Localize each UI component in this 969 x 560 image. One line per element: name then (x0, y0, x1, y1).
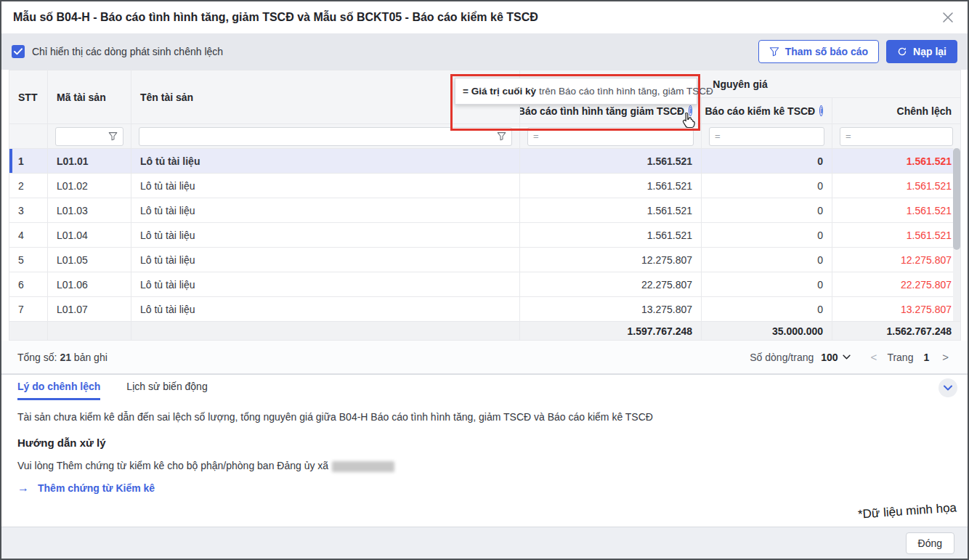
tab-ly-do-chenh-lech[interactable]: Lý do chênh lệch (17, 375, 100, 400)
total-label: Tổng số: (17, 352, 57, 363)
cell-code: L01.05 (48, 248, 131, 272)
guide-title: Hướng dẫn xử lý (17, 437, 952, 449)
equals-operator[interactable]: = (846, 131, 851, 142)
cell-difference: 1.561.521 (832, 149, 961, 174)
reason-panel: Tài sản chưa kiểm kê dẫn đến sai lệch số… (1, 400, 968, 527)
info-icon-increase-report[interactable]: i (689, 105, 692, 116)
show-differences-checkbox[interactable] (12, 45, 25, 58)
filter-cell-stt (9, 124, 48, 149)
guide-text-label: Vui lòng Thêm chứng từ kiểm kê cho bộ ph… (17, 460, 328, 471)
filter-cell-name (131, 124, 520, 149)
table-scrollbar[interactable] (953, 148, 960, 321)
table-row[interactable]: 6L01.06Lô tủ tài liệu22.275.807022.275.8… (9, 272, 961, 297)
cell-inventory-report: 0 (702, 297, 832, 322)
table-row[interactable]: 3L01.03Lô tủ tài liệu1.561.52101.561.521 (9, 198, 961, 223)
inventory-report-filter-input[interactable] (725, 129, 819, 145)
prev-page-button[interactable]: < (868, 351, 880, 363)
info-icon-inventory-report[interactable]: i (819, 105, 823, 116)
cell-stt: 1 (9, 149, 48, 174)
add-inventory-voucher-link[interactable]: → Thêm chứng từ Kiểm kê (17, 482, 952, 495)
close-button[interactable]: Đóng (906, 532, 954, 554)
tab-lich-su-bien-dong[interactable]: Lịch sử biến động (126, 375, 207, 400)
refresh-icon (897, 46, 907, 57)
add-inventory-voucher-label: Thêm chứng từ Kiểm kê (38, 482, 155, 494)
records-label: bản ghi (74, 352, 108, 363)
cell-empty (131, 322, 520, 341)
cell-empty (9, 322, 48, 341)
column-info-tooltip: = Giá trị cuối kỳ trên Báo cáo tình hình… (455, 78, 697, 105)
increase-report-filter-input[interactable] (543, 129, 688, 145)
scrollbar-thumb[interactable] (953, 148, 960, 250)
cell-name: Lô tủ tài liệu (131, 223, 520, 248)
col-header-difference[interactable]: Chênh lệch (832, 98, 961, 124)
tabs-bar: Lý do chênh lệch Lịch sử biến động (1, 374, 968, 400)
col-header-code[interactable]: Mã tài sản (48, 70, 131, 124)
footer-bar: Đóng (1, 527, 968, 559)
toolbar: Chỉ hiển thị các dòng phát sinh chênh lệ… (1, 33, 968, 70)
cell-increase-report: 22.275.807 (520, 272, 702, 297)
funnel-icon[interactable] (497, 131, 506, 141)
cell-inventory-report: 0 (702, 272, 832, 297)
cell-difference: 1.561.521 (832, 223, 961, 248)
cell-name: Lô tủ tài liệu (131, 272, 520, 297)
col-header-difference-label: Chênh lệch (897, 105, 952, 117)
rows-per-page-label: Số dòng/trang (750, 352, 814, 363)
cell-code: L01.03 (48, 198, 131, 223)
cell-inventory-report: 0 (702, 198, 832, 223)
tooltip-bold-text: = Giá trị cuối kỳ (463, 86, 536, 97)
cell-difference: 1.561.521 (832, 198, 961, 223)
cell-code: L01.06 (48, 272, 131, 297)
chevron-down-icon (944, 385, 952, 391)
table-row[interactable]: 2L01.02Lô tủ tài liệu1.561.52101.561.521 (9, 174, 961, 198)
difference-filter-input[interactable] (856, 129, 947, 145)
table-row[interactable]: 7L01.07Lô tủ tài liệu13.275.807013.275.8… (9, 297, 961, 322)
totals-row: 1.597.767.248 35.000.000 1.562.767.248 (9, 322, 961, 341)
filter-cell-difference: = (832, 124, 961, 149)
table-row[interactable]: 4L01.04Lô tủ tài liệu1.561.52101.561.521 (9, 223, 961, 248)
summary-bar: Tổng số: 21 bản ghi Số dòng/trang 100 < … (1, 341, 968, 374)
total-count: 21 (60, 352, 71, 363)
collapse-panel-button[interactable] (938, 378, 957, 397)
next-page-button[interactable]: > (939, 351, 952, 363)
cell-code: L01.04 (48, 223, 131, 248)
rows-per-page-select[interactable]: 100 (821, 352, 850, 363)
cell-difference: 12.275.807 (832, 248, 961, 272)
rows-per-page-value: 100 (821, 352, 838, 363)
cell-increase-report: 12.275.807 (520, 248, 702, 272)
cell-increase-report: 1.561.521 (520, 149, 702, 174)
cell-empty (48, 322, 131, 341)
equals-operator[interactable]: = (715, 131, 721, 142)
cell-stt: 5 (9, 248, 48, 272)
cell-code: L01.01 (48, 149, 131, 174)
filter-cell-inventory-report: = (702, 124, 832, 149)
reason-text: Tài sản chưa kiểm kê dẫn đến sai lệch số… (17, 410, 952, 424)
reload-label: Nạp lại (913, 46, 946, 57)
report-params-button[interactable]: Tham số báo cáo (758, 40, 879, 63)
col-header-inventory-report[interactable]: Báo cáo kiểm kê TSCĐ i (702, 98, 832, 124)
report-params-label: Tham số báo cáo (785, 46, 868, 57)
cell-code: L01.07 (48, 297, 131, 322)
tooltip-normal-text: trên Báo cáo tình hình tăng, giảm TSCĐ (539, 86, 713, 97)
table-body: 1L01.01Lô tủ tài liệu1.561.52101.561.521… (9, 149, 961, 322)
funnel-icon[interactable] (108, 131, 118, 141)
reload-button[interactable]: Nạp lại (886, 40, 957, 63)
record-count: Tổng số: 21 bản ghi (17, 352, 108, 363)
total-increase-report: 1.597.767.248 (520, 322, 702, 341)
checkbox-label[interactable]: Chỉ hiển thị các dòng phát sinh chênh lệ… (32, 46, 223, 57)
code-filter-input[interactable] (61, 129, 108, 145)
table-row[interactable]: 5L01.05Lô tủ tài liệu12.275.807012.275.8… (9, 248, 961, 272)
cell-increase-report: 1.561.521 (520, 174, 702, 198)
close-icon[interactable] (940, 9, 956, 25)
chevron-down-icon (843, 354, 851, 360)
cell-increase-report: 1.561.521 (520, 198, 702, 223)
arrow-right-icon: → (17, 482, 29, 495)
table-row[interactable]: 1L01.01Lô tủ tài liệu1.561.52101.561.521 (9, 149, 961, 174)
guide-text: Vui lòng Thêm chứng từ kiểm kê cho bộ ph… (17, 460, 952, 472)
equals-operator[interactable]: = (533, 131, 539, 142)
cell-name: Lô tủ tài liệu (131, 198, 520, 223)
col-header-stt[interactable]: STT (9, 70, 48, 124)
name-filter-input[interactable] (145, 129, 497, 145)
total-inventory-report: 35.000.000 (702, 322, 832, 341)
cell-name: Lô tủ tài liệu (131, 297, 520, 322)
table-section: STT Mã tài sản Tên tài sản Nguyên giá Bá… (1, 70, 968, 341)
